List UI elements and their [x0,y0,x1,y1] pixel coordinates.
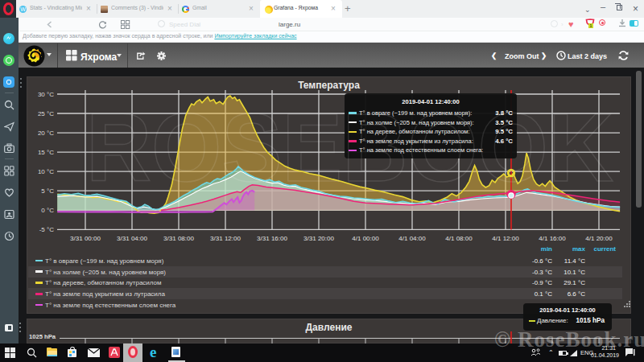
svg-text:ROSEBOOK: ROSEBOOK [86,93,613,202]
